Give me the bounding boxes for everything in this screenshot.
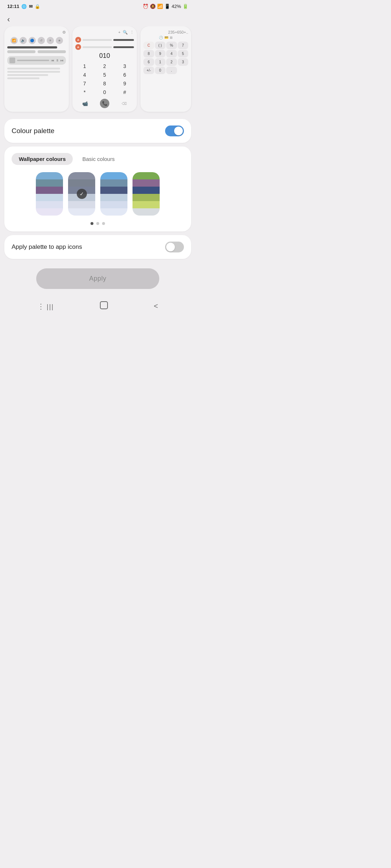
nav-bar: ⋮ ||| < xyxy=(0,296,196,318)
key-8: 8 xyxy=(95,80,114,87)
dialer-preview: + 🔍 ⋮ A A 010 1 2 3 4 5 6 7 8 xyxy=(72,26,137,112)
qs-text-lines xyxy=(7,68,66,79)
tab-basic-colours[interactable]: Basic colours xyxy=(75,153,122,165)
calc-key-pct: % xyxy=(166,42,177,49)
qs-bar-1 xyxy=(7,50,35,53)
calc-key-3: 3 xyxy=(178,58,189,66)
calc-tab-card: 💳 xyxy=(164,36,168,39)
quick-settings-preview: ⚙ 📶 🔊 🔵 ↺ ✈ ★ ⏮⏸⏭ xyxy=(4,26,69,112)
key-6: 6 xyxy=(115,71,134,78)
search-icon: 🔍 xyxy=(123,30,128,35)
swatch-3[interactable] xyxy=(100,172,127,216)
gear-icon: ⚙ xyxy=(62,30,66,35)
swatch-1-seg-3 xyxy=(36,187,63,194)
swatch-4-seg-4 xyxy=(133,194,160,201)
dot-1 xyxy=(91,222,93,225)
colour-palette-label: Colour palette xyxy=(12,127,54,135)
key-2: 2 xyxy=(95,63,114,70)
nav-home-button[interactable] xyxy=(100,301,108,311)
nav-back-button[interactable]: < xyxy=(154,302,158,310)
calc-key-1: 1 xyxy=(155,58,166,66)
status-time-area: 12:11 🌐 ✉ 🔒 xyxy=(7,4,40,9)
qs-toggle-icons: 📶 🔊 🔵 ↺ ✈ ★ xyxy=(7,37,66,44)
status-bar: 12:11 🌐 ✉ 🔒 ⏰ 🔕 📶 📱 42% 🔋 xyxy=(0,0,196,11)
swatch-1[interactable] xyxy=(36,172,63,216)
qs-media-bar xyxy=(17,60,49,61)
key-5: 5 xyxy=(95,71,114,78)
status-right-area: ⏰ 🔕 📶 📱 42% 🔋 xyxy=(143,4,188,9)
contact-end-1 xyxy=(113,39,134,41)
qs-line-3 xyxy=(7,74,48,76)
qs-media-player: ⏮⏸⏭ xyxy=(7,56,66,65)
key-hash: # xyxy=(115,89,134,96)
add-icon: + xyxy=(118,30,121,35)
swatch-2-seg-2 xyxy=(68,179,95,187)
qs-rotate-icon: ↺ xyxy=(38,37,45,44)
swatch-2-seg-5 xyxy=(68,201,95,208)
calc-tabs: 🕐 💳 ⊞ xyxy=(143,36,188,39)
key-3: 3 xyxy=(115,63,134,70)
colour-palette-section: Colour palette xyxy=(4,119,191,143)
qs-media-thumb xyxy=(9,58,15,63)
dialer-display: 010 xyxy=(75,52,134,60)
swatch-3-seg-3 xyxy=(100,187,127,194)
dialer-top-icons: + 🔍 ⋮ xyxy=(75,30,134,35)
tab-wallpaper-colours[interactable]: Wallpaper colours xyxy=(12,153,73,165)
dialer-contacts: A A xyxy=(75,37,134,50)
avatar-a1: A xyxy=(75,37,81,43)
contact-name-1 xyxy=(83,39,112,41)
apply-button[interactable]: Apply xyxy=(36,268,159,289)
colour-palette-toggle[interactable] xyxy=(165,125,184,136)
dot-2 xyxy=(96,222,99,225)
qs-bt-icon: 🔵 xyxy=(29,37,36,44)
more-icon: ⋮ xyxy=(130,30,134,35)
preview-area: ⚙ 📶 🔊 🔵 ↺ ✈ ★ ⏮⏸⏭ xyxy=(0,26,196,115)
swatch-4-colors xyxy=(133,172,160,216)
qs-brightness-slider xyxy=(7,46,57,48)
qs-bars xyxy=(7,50,66,53)
status-time: 12:11 xyxy=(7,4,19,9)
key-7: 7 xyxy=(75,80,94,87)
swatch-4-seg-2 xyxy=(133,179,160,187)
key-0: 0 xyxy=(95,89,114,96)
colour-tabs: Wallpaper colours Basic colours xyxy=(12,153,184,165)
calc-key-pm: +/- xyxy=(143,67,154,74)
swatch-3-seg-6 xyxy=(100,208,127,216)
status-battery: 42% xyxy=(172,4,181,9)
swatch-2[interactable]: ✓ xyxy=(68,172,95,216)
swatch-3-seg-1 xyxy=(100,172,127,179)
status-icon-signal: 📱 xyxy=(164,4,170,9)
calc-key-7: 7 xyxy=(178,42,189,49)
apply-palette-toggle[interactable] xyxy=(165,242,184,252)
qs-media-controls: ⏮⏸⏭ xyxy=(51,59,64,62)
back-button[interactable]: ‹ xyxy=(0,11,196,26)
contact-end-2 xyxy=(113,46,134,48)
swatch-1-seg-5 xyxy=(36,201,63,208)
qs-line-1 xyxy=(7,68,60,69)
swatch-2-seg-1 xyxy=(68,172,95,179)
swatch-1-seg-1 xyxy=(36,172,63,179)
calc-key-c: C xyxy=(143,42,154,49)
key-star: * xyxy=(75,89,94,96)
calc-key-paren: ( ) xyxy=(155,42,166,49)
status-icon-mail: ✉ xyxy=(29,4,33,9)
qs-wifi-icon: 📶 xyxy=(10,37,18,44)
swatch-4-seg-5 xyxy=(133,201,160,208)
swatch-3-seg-5 xyxy=(100,201,127,208)
swatch-4-seg-6 xyxy=(133,208,160,216)
calc-key-6: 6 xyxy=(143,58,154,66)
calc-expression: 235+650+.. xyxy=(143,30,188,34)
qs-extra-icon: ★ xyxy=(56,37,63,44)
colour-palette-row: Colour palette xyxy=(12,125,184,136)
status-icon-battery: 🔋 xyxy=(182,4,188,9)
swatch-3-seg-2 xyxy=(100,179,127,187)
home-icon xyxy=(100,301,108,309)
call-btn: 📞 xyxy=(100,99,109,108)
swatch-1-seg-2 xyxy=(36,179,63,187)
calc-tab-clock: 🕐 xyxy=(159,36,163,39)
swatch-4[interactable] xyxy=(133,172,160,216)
status-icon-lock: 🔒 xyxy=(35,4,40,9)
nav-recent-button[interactable]: ⋮ ||| xyxy=(37,302,54,311)
dialer-contact-1: A xyxy=(75,37,134,43)
calculator-preview: 235+650+.. 🕐 💳 ⊞ C ( ) % 7 8 9 4 5 6 1 2… xyxy=(140,26,191,112)
